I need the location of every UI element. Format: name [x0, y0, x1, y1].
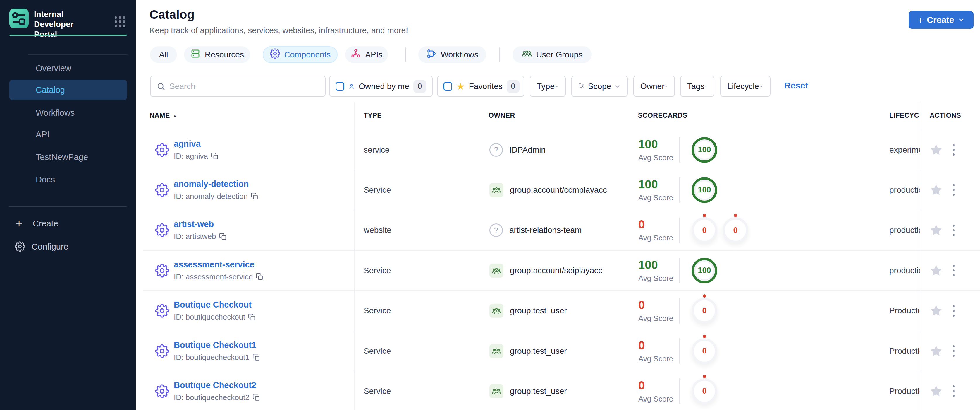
component-gear-icon	[155, 251, 169, 290]
owner-group-icon	[489, 304, 503, 318]
favorites-filter[interactable]: ★ Favorites 0	[437, 75, 524, 97]
copy-id-icon[interactable]	[248, 313, 256, 321]
component-id-line: ID: assessment-service	[174, 272, 263, 281]
favorite-star-button[interactable]	[929, 130, 943, 169]
sidebar-item-docs[interactable]: Docs	[10, 169, 127, 190]
create-button[interactable]: + Create	[908, 11, 974, 29]
table-row: agnivaID: agnivaservice?IDPAdmin100Avg S…	[143, 130, 980, 170]
row-menu-button[interactable]	[953, 211, 955, 250]
chevron-down-icon	[664, 83, 668, 89]
app-switcher-grid-icon[interactable]	[113, 14, 127, 29]
tab-resources-label: Resources	[205, 50, 244, 59]
favorites-checkbox[interactable]	[444, 82, 452, 91]
sidebar-item-overview[interactable]: Overview	[10, 58, 127, 78]
type-value: Service	[364, 291, 391, 331]
type-filter-label: Type	[537, 82, 555, 91]
tags-filter-label: Tags	[687, 82, 705, 91]
type-value: Service	[364, 251, 391, 290]
tab-resources[interactable]: Resources	[184, 46, 250, 63]
scorecard-ring[interactable]: 0	[692, 217, 717, 243]
scorecard-ring[interactable]: 0	[722, 217, 748, 243]
component-name-link[interactable]: Boutique Checkout1	[174, 340, 256, 350]
favorite-star-button[interactable]	[929, 251, 943, 290]
copy-id-icon[interactable]	[219, 233, 227, 241]
owner-filter-dropdown[interactable]: Owner	[633, 75, 675, 97]
favorite-star-button[interactable]	[929, 371, 943, 410]
row-menu-button[interactable]	[953, 170, 955, 210]
type-filter-dropdown[interactable]: Type	[530, 75, 566, 97]
copy-id-icon[interactable]	[253, 394, 260, 401]
scorecard-rings: 100	[692, 251, 717, 290]
scorecard-ring[interactable]: 100	[692, 258, 717, 284]
sidebar-configure-button[interactable]: Configure	[0, 238, 136, 255]
search-input[interactable]	[169, 82, 319, 91]
favorite-star-button[interactable]	[929, 211, 943, 250]
component-name-link[interactable]: anomaly-detection	[174, 179, 249, 188]
favorite-star-button[interactable]	[929, 170, 943, 210]
avg-score-label: Avg Score	[638, 233, 673, 242]
component-id: ID: boutiquecheckout2	[174, 393, 250, 402]
page-title: Catalog	[150, 8, 194, 22]
lifecycle-filter-dropdown[interactable]: Lifecycle	[720, 75, 770, 97]
copy-id-icon[interactable]	[211, 152, 218, 160]
sidebar-item-catalog[interactable]: Catalog	[10, 80, 127, 100]
sidebar: Internal DeveloperPortal Overview Catalo…	[0, 0, 136, 410]
scorecard-ring[interactable]: 100	[692, 177, 717, 203]
scorecard-ring[interactable]: 0	[692, 378, 717, 404]
owned-by-me-label: Owned by me	[359, 82, 409, 91]
tab-user-groups[interactable]: User Groups	[512, 46, 592, 63]
name-cell: anomaly-detectionID: anomaly-detection	[174, 170, 258, 210]
row-menu-button[interactable]	[953, 331, 955, 371]
component-name-link[interactable]: assessment-service	[174, 260, 255, 269]
avg-score-label: Avg Score	[638, 153, 673, 162]
type-value: Service	[364, 170, 391, 210]
scorecard-rings: 100	[692, 130, 717, 169]
owner-filter-label: Owner	[640, 82, 664, 91]
component-name-link[interactable]: Boutique Checkout2	[174, 380, 256, 390]
name-cell: Boutique CheckoutID: boutiquecheckout	[174, 291, 256, 331]
tab-workflows[interactable]: Workflows	[418, 46, 486, 63]
tab-components[interactable]: Components	[263, 46, 337, 63]
sidebar-item-api[interactable]: API	[10, 124, 127, 145]
sidebar-item-testnewpage[interactable]: TestNewPage	[10, 147, 127, 167]
row-menu-button[interactable]	[953, 371, 955, 410]
favorite-star-button[interactable]	[929, 331, 943, 371]
owner-group-icon	[489, 384, 503, 398]
lifecycle-value: production	[889, 170, 920, 210]
lifecycle-value: Production	[889, 371, 920, 410]
avg-score-value: 100	[638, 258, 658, 271]
owned-by-me-filter[interactable]: Owned by me 0	[329, 75, 433, 97]
reset-filters-link[interactable]: Reset	[784, 81, 808, 91]
search-box	[150, 75, 326, 97]
scorecard-ring[interactable]: 0	[692, 298, 717, 324]
avg-score-label: Avg Score	[638, 193, 673, 203]
owned-by-me-checkbox[interactable]	[336, 82, 344, 91]
tab-apis[interactable]: APIs	[345, 46, 388, 63]
component-name-link[interactable]: agniva	[174, 139, 201, 148]
type-value: service	[364, 130, 390, 169]
scorecard-rings: 100	[692, 170, 717, 210]
scorecard-ring[interactable]: 100	[692, 137, 717, 163]
component-name-link[interactable]: artist-web	[174, 219, 214, 229]
component-id: ID: boutiquecheckout1	[174, 353, 250, 362]
page-subtitle: Keep track of applications, services, we…	[150, 26, 408, 35]
copy-id-icon[interactable]	[256, 273, 263, 281]
favorite-star-button[interactable]	[929, 291, 943, 331]
row-menu-button[interactable]	[953, 251, 955, 290]
row-menu-button[interactable]	[953, 291, 955, 331]
actions-column-divider	[920, 101, 920, 410]
column-header-name[interactable]: NAME▲	[150, 101, 177, 130]
tab-all[interactable]: All	[150, 46, 177, 63]
avg-score-value: 0	[638, 298, 645, 312]
sidebar-create-button[interactable]: + Create	[0, 215, 136, 232]
sidebar-item-workflows[interactable]: Workflows	[10, 102, 127, 123]
component-name-link[interactable]: Boutique Checkout	[174, 300, 251, 309]
tags-filter-dropdown[interactable]: Tags	[680, 75, 714, 97]
scorecard-divider	[679, 177, 680, 203]
scope-filter-dropdown[interactable]: Scope	[571, 75, 628, 97]
copy-id-icon[interactable]	[253, 354, 260, 361]
component-gear-icon	[155, 291, 169, 331]
row-menu-button[interactable]	[953, 130, 955, 169]
copy-id-icon[interactable]	[251, 192, 258, 200]
scorecard-ring[interactable]: 0	[692, 338, 717, 364]
